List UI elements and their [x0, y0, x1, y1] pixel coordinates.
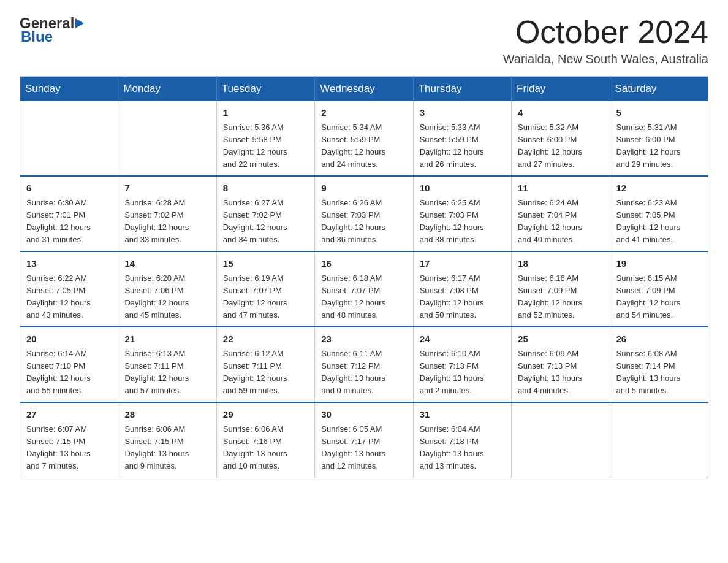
calendar-cell — [610, 402, 708, 478]
day-info: Sunrise: 6:30 AMSunset: 7:01 PMDaylight:… — [26, 197, 112, 247]
calendar-cell: 10Sunrise: 6:25 AMSunset: 7:03 PMDayligh… — [413, 176, 511, 251]
day-info: Sunrise: 6:07 AMSunset: 7:15 PMDaylight:… — [26, 423, 112, 473]
calendar-cell: 5Sunrise: 5:31 AMSunset: 6:00 PMDaylight… — [610, 101, 708, 176]
day-info: Sunrise: 5:32 AMSunset: 6:00 PMDaylight:… — [518, 121, 603, 171]
day-info: Sunrise: 5:36 AMSunset: 5:58 PMDaylight:… — [223, 121, 308, 171]
calendar-cell: 14Sunrise: 6:20 AMSunset: 7:06 PMDayligh… — [118, 251, 216, 327]
calendar-cell: 25Sunrise: 6:09 AMSunset: 7:13 PMDayligh… — [512, 327, 610, 402]
day-number: 15 — [223, 257, 308, 271]
day-info: Sunrise: 6:23 AMSunset: 7:05 PMDaylight:… — [616, 197, 702, 247]
day-number: 18 — [518, 257, 603, 271]
day-number: 22 — [223, 332, 308, 347]
calendar-cell: 20Sunrise: 6:14 AMSunset: 7:10 PMDayligh… — [20, 327, 118, 402]
day-info: Sunrise: 6:09 AMSunset: 7:13 PMDaylight:… — [518, 348, 603, 397]
calendar-header-wednesday: Wednesday — [315, 77, 413, 102]
day-number: 12 — [616, 182, 702, 196]
calendar-cell: 17Sunrise: 6:17 AMSunset: 7:08 PMDayligh… — [413, 251, 511, 327]
day-number: 14 — [124, 257, 210, 271]
day-info: Sunrise: 6:04 AMSunset: 7:18 PMDaylight:… — [420, 423, 505, 473]
calendar-cell: 21Sunrise: 6:13 AMSunset: 7:11 PMDayligh… — [118, 327, 216, 402]
calendar-cell: 18Sunrise: 6:16 AMSunset: 7:09 PMDayligh… — [512, 251, 610, 327]
calendar-cell: 30Sunrise: 6:05 AMSunset: 7:17 PMDayligh… — [315, 402, 413, 478]
day-info: Sunrise: 6:15 AMSunset: 7:09 PMDaylight:… — [616, 272, 702, 322]
calendar-cell: 9Sunrise: 6:26 AMSunset: 7:03 PMDaylight… — [315, 176, 413, 251]
day-info: Sunrise: 6:24 AMSunset: 7:04 PMDaylight:… — [518, 197, 603, 247]
day-number: 5 — [616, 106, 702, 120]
day-info: Sunrise: 6:28 AMSunset: 7:02 PMDaylight:… — [124, 197, 210, 247]
day-number: 7 — [124, 182, 210, 196]
month-title: October 2024 — [503, 15, 708, 50]
day-info: Sunrise: 5:33 AMSunset: 5:59 PMDaylight:… — [420, 121, 505, 171]
day-info: Sunrise: 6:13 AMSunset: 7:11 PMDaylight:… — [124, 348, 210, 397]
calendar-header-friday: Friday — [512, 77, 610, 102]
day-info: Sunrise: 6:20 AMSunset: 7:06 PMDaylight:… — [124, 272, 210, 322]
day-info: Sunrise: 6:27 AMSunset: 7:02 PMDaylight:… — [223, 197, 308, 247]
calendar-cell: 15Sunrise: 6:19 AMSunset: 7:07 PMDayligh… — [216, 251, 314, 327]
day-info: Sunrise: 6:11 AMSunset: 7:12 PMDaylight:… — [321, 348, 406, 397]
calendar-cell — [512, 402, 610, 478]
day-info: Sunrise: 6:17 AMSunset: 7:08 PMDaylight:… — [420, 272, 505, 322]
day-number: 31 — [420, 408, 505, 422]
day-number: 25 — [518, 332, 603, 347]
day-info: Sunrise: 6:06 AMSunset: 7:15 PMDaylight:… — [124, 423, 210, 473]
day-number: 27 — [26, 408, 112, 422]
calendar-header-monday: Monday — [118, 77, 216, 102]
calendar-week-3: 13Sunrise: 6:22 AMSunset: 7:05 PMDayligh… — [20, 251, 708, 327]
day-info: Sunrise: 6:10 AMSunset: 7:13 PMDaylight:… — [420, 348, 505, 397]
day-number: 17 — [420, 257, 505, 271]
calendar-cell: 13Sunrise: 6:22 AMSunset: 7:05 PMDayligh… — [20, 251, 118, 327]
calendar-cell: 22Sunrise: 6:12 AMSunset: 7:11 PMDayligh… — [216, 327, 314, 402]
calendar-cell: 29Sunrise: 6:06 AMSunset: 7:16 PMDayligh… — [216, 402, 314, 478]
calendar-cell: 12Sunrise: 6:23 AMSunset: 7:05 PMDayligh… — [610, 176, 708, 251]
calendar-cell — [118, 101, 216, 176]
day-number: 4 — [518, 106, 603, 120]
calendar-week-1: 1Sunrise: 5:36 AMSunset: 5:58 PMDaylight… — [20, 101, 708, 176]
day-number: 2 — [321, 106, 406, 120]
calendar-header-sunday: Sunday — [20, 77, 118, 102]
day-info: Sunrise: 5:34 AMSunset: 5:59 PMDaylight:… — [321, 121, 406, 171]
day-number: 8 — [223, 182, 308, 196]
calendar-cell: 28Sunrise: 6:06 AMSunset: 7:15 PMDayligh… — [118, 402, 216, 478]
day-info: Sunrise: 6:22 AMSunset: 7:05 PMDaylight:… — [26, 272, 112, 322]
calendar-week-2: 6Sunrise: 6:30 AMSunset: 7:01 PMDaylight… — [20, 176, 708, 251]
calendar-cell: 1Sunrise: 5:36 AMSunset: 5:58 PMDaylight… — [216, 101, 314, 176]
day-info: Sunrise: 6:12 AMSunset: 7:11 PMDaylight:… — [223, 348, 308, 397]
day-number: 3 — [420, 106, 505, 120]
calendar-cell — [20, 101, 118, 176]
calendar-cell: 8Sunrise: 6:27 AMSunset: 7:02 PMDaylight… — [216, 176, 314, 251]
day-info: Sunrise: 6:08 AMSunset: 7:14 PMDaylight:… — [616, 348, 702, 397]
calendar-table: SundayMondayTuesdayWednesdayThursdayFrid… — [20, 76, 708, 478]
calendar-cell: 11Sunrise: 6:24 AMSunset: 7:04 PMDayligh… — [512, 176, 610, 251]
day-number: 23 — [321, 332, 406, 347]
day-number: 11 — [518, 182, 603, 196]
day-number: 28 — [124, 408, 210, 422]
day-number: 6 — [26, 182, 112, 196]
day-number: 13 — [26, 257, 112, 271]
calendar-header-saturday: Saturday — [610, 77, 708, 102]
day-info: Sunrise: 6:19 AMSunset: 7:07 PMDaylight:… — [223, 272, 308, 322]
day-info: Sunrise: 5:31 AMSunset: 6:00 PMDaylight:… — [616, 121, 702, 171]
calendar-cell: 19Sunrise: 6:15 AMSunset: 7:09 PMDayligh… — [610, 251, 708, 327]
calendar-cell: 16Sunrise: 6:18 AMSunset: 7:07 PMDayligh… — [315, 251, 413, 327]
calendar-cell: 6Sunrise: 6:30 AMSunset: 7:01 PMDaylight… — [20, 176, 118, 251]
calendar-cell: 26Sunrise: 6:08 AMSunset: 7:14 PMDayligh… — [610, 327, 708, 402]
day-number: 21 — [124, 332, 210, 347]
calendar-cell: 24Sunrise: 6:10 AMSunset: 7:13 PMDayligh… — [413, 327, 511, 402]
day-number: 1 — [223, 106, 308, 120]
logo-blue-text: Blue — [21, 28, 53, 45]
calendar-cell: 27Sunrise: 6:07 AMSunset: 7:15 PMDayligh… — [20, 402, 118, 478]
day-info: Sunrise: 6:05 AMSunset: 7:17 PMDaylight:… — [321, 423, 406, 473]
calendar-header-tuesday: Tuesday — [216, 77, 314, 102]
logo: General Blue — [20, 15, 86, 45]
day-info: Sunrise: 6:16 AMSunset: 7:09 PMDaylight:… — [518, 272, 603, 322]
day-number: 24 — [420, 332, 505, 347]
day-info: Sunrise: 6:06 AMSunset: 7:16 PMDaylight:… — [223, 423, 308, 473]
page-header: General Blue October 2024 Warialda, New … — [20, 15, 708, 66]
day-number: 16 — [321, 257, 406, 271]
calendar-week-4: 20Sunrise: 6:14 AMSunset: 7:10 PMDayligh… — [20, 327, 708, 402]
day-info: Sunrise: 6:25 AMSunset: 7:03 PMDaylight:… — [420, 197, 505, 247]
calendar-week-5: 27Sunrise: 6:07 AMSunset: 7:15 PMDayligh… — [20, 402, 708, 478]
calendar-cell: 7Sunrise: 6:28 AMSunset: 7:02 PMDaylight… — [118, 176, 216, 251]
day-number: 20 — [26, 332, 112, 347]
day-info: Sunrise: 6:26 AMSunset: 7:03 PMDaylight:… — [321, 197, 406, 247]
